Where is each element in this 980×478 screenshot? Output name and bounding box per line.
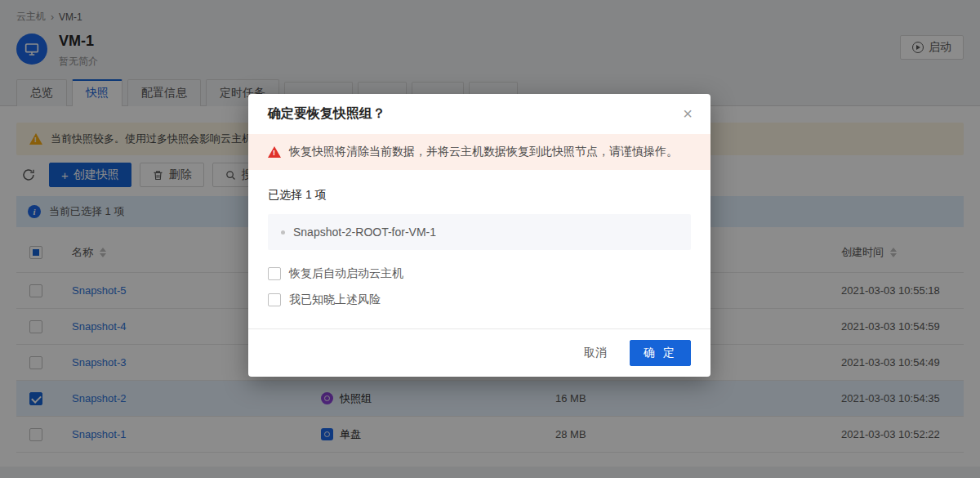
danger-alert-text: 恢复快照将清除当前数据，并将云主机数据恢复到此快照节点，请谨慎操作。 [289, 145, 678, 159]
alert-triangle-icon: ! [268, 146, 281, 158]
cancel-button[interactable]: 取消 [581, 341, 610, 365]
selected-item-box: Snapshot-2-ROOT-for-VM-1 [268, 214, 691, 250]
danger-alert: ! 恢复快照将清除当前数据，并将云主机数据恢复到此快照节点，请谨慎操作。 [248, 134, 710, 170]
dialog-body: 已选择 1 项 Snapshot-2-ROOT-for-VM-1 恢复后自动启动… [248, 170, 710, 307]
selected-snapshot-name: Snapshot-2-ROOT-for-VM-1 [293, 226, 436, 239]
close-icon[interactable]: × [679, 102, 696, 125]
autostart-checkbox-row[interactable]: 恢复后自动启动云主机 [268, 266, 691, 281]
dialog-title: 确定要恢复快照组？ [268, 105, 691, 123]
autostart-label: 恢复后自动启动云主机 [289, 266, 403, 281]
dialog-footer: 取消 确 定 [248, 328, 710, 377]
restore-snapshot-dialog: 确定要恢复快照组？ × ! 恢复快照将清除当前数据，并将云主机数据恢复到此快照节… [248, 94, 710, 377]
confirm-button[interactable]: 确 定 [630, 340, 691, 366]
selected-count-label: 已选择 1 项 [268, 188, 691, 203]
dialog-header: 确定要恢复快照组？ × [248, 94, 710, 134]
risk-checkbox-row[interactable]: 我已知晓上述风险 [268, 293, 691, 307]
risk-checkbox[interactable] [268, 293, 281, 306]
autostart-checkbox[interactable] [268, 267, 281, 280]
risk-label: 我已知晓上述风险 [289, 293, 381, 307]
bullet-icon [281, 230, 285, 235]
